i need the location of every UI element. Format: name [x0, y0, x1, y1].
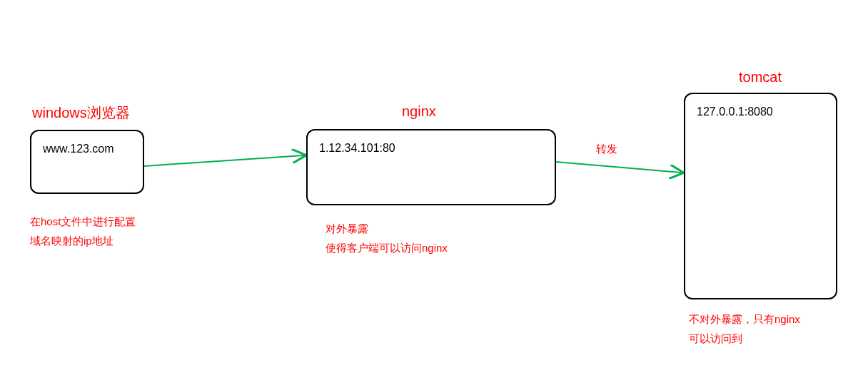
browser-content: www.123.com [43, 143, 114, 155]
nginx-title: nginx [402, 103, 436, 120]
tomcat-annotation: 不对外暴露，只有nginx 可以访问到 [689, 309, 800, 348]
arrow-browser-to-nginx [144, 155, 303, 166]
tomcat-content: 127.0.0.1:8080 [697, 106, 773, 118]
nginx-annotation-line1: 对外暴露 [326, 222, 368, 235]
tomcat-box: 127.0.0.1:8080 [684, 93, 837, 299]
browser-title: windows浏览器 [32, 103, 130, 123]
forward-label: 转发 [596, 143, 617, 156]
nginx-box: 1.12.34.101:80 [306, 129, 556, 205]
browser-annotation-line2: 域名映射的ip地址 [30, 235, 113, 247]
tomcat-annotation-line1: 不对外暴露，只有nginx [689, 313, 800, 325]
browser-annotation-line1: 在host文件中进行配置 [30, 215, 136, 227]
nginx-content: 1.12.34.101:80 [319, 142, 395, 154]
browser-annotation: 在host文件中进行配置 域名映射的ip地址 [30, 212, 136, 250]
tomcat-annotation-line2: 可以访问到 [689, 332, 742, 344]
arrow-nginx-to-tomcat [556, 162, 681, 173]
tomcat-title: tomcat [739, 69, 782, 86]
browser-box: www.123.com [30, 130, 144, 194]
nginx-annotation: 对外暴露 使得客户端可以访问nginx [326, 219, 448, 257]
nginx-annotation-line2: 使得客户端可以访问nginx [326, 242, 448, 254]
